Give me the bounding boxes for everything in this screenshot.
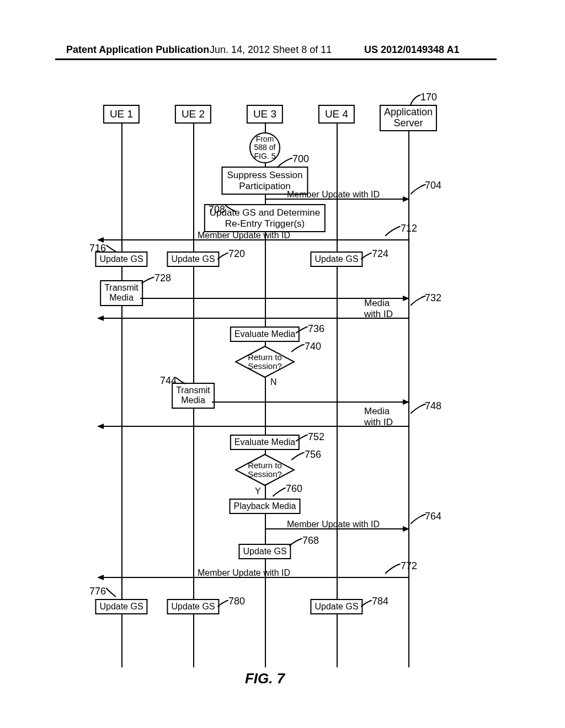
- arrow-member-update-704: Member Update with ID: [265, 199, 408, 200]
- ref-780: 780: [228, 596, 245, 607]
- participant-ue3: UE 3: [247, 105, 283, 124]
- offpage-connector: From 588 of FIG. 5: [249, 132, 280, 163]
- proc-update-gs-720: Update GS: [167, 251, 219, 267]
- ref-756-leader: [291, 452, 306, 461]
- ref-724: 724: [372, 248, 388, 260]
- ref-772: 772: [401, 560, 417, 572]
- ref-728-leader: [141, 277, 156, 285]
- ref-704: 704: [425, 180, 441, 191]
- proc-update-gs-720-text: Update GS: [171, 254, 215, 264]
- ref-780-leader: [217, 600, 230, 608]
- arrow-member-update-764: Member Update with ID: [265, 528, 408, 529]
- proc-transmit-media-744-text: Transmit Media: [176, 386, 210, 405]
- ref-744-leader: [175, 377, 186, 385]
- proc-evaluate-media-736-text: Evaluate Media: [234, 329, 295, 339]
- decision-740-text: Return to Session?: [248, 353, 282, 371]
- ref-752: 752: [308, 431, 324, 443]
- decision-756: Return to Session?: [234, 453, 295, 486]
- proc-update-gs-776-text: Update GS: [99, 602, 143, 611]
- ref-752-leader: [296, 435, 309, 442]
- proc-evaluate-media-736: Evaluate Media: [230, 326, 300, 342]
- ref-784-leader: [361, 600, 373, 608]
- ref-700-leader: [277, 158, 294, 170]
- ref-760: 760: [286, 483, 302, 495]
- arrow-member-update-772-label: Member Update with ID: [198, 568, 290, 578]
- ref-708-leader: [225, 205, 237, 213]
- arrow-media-748: [98, 426, 408, 427]
- figure-caption: FIG. 7: [245, 670, 285, 687]
- ref-736-leader: [296, 326, 309, 334]
- ref-724-leader: [361, 253, 373, 260]
- proc-update-gs-780: Update GS: [167, 599, 219, 614]
- participant-ue4: UE 4: [318, 105, 355, 124]
- proc-update-gs-716-text: Update GS: [99, 254, 143, 264]
- ref-740-leader: [291, 344, 306, 353]
- ref-776-leader: [106, 588, 117, 598]
- proc-update-gs-724-text: Update GS: [315, 254, 358, 264]
- arrow-media-748-label: Media with ID: [364, 406, 393, 428]
- ref-712: 712: [401, 223, 417, 234]
- ref-760-leader: [273, 488, 287, 497]
- proc-update-gs-724: Update GS: [310, 251, 363, 267]
- arrow-member-update-704-label: Member Update with ID: [287, 190, 380, 200]
- decision-756-text: Return to Session?: [248, 461, 282, 479]
- ref-756: 756: [305, 449, 321, 461]
- participant-app-server: Application Server: [380, 105, 437, 131]
- arrow-transmit-744: [212, 402, 408, 403]
- page-header-right: US 2012/0149348 A1: [364, 44, 459, 56]
- proc-update-gs-768-text: Update GS: [243, 547, 286, 556]
- proc-suppress-session-text: Suppress Session Participation: [227, 170, 302, 191]
- proc-update-gs-784: Update GS: [310, 599, 363, 614]
- lifeline-ue1: [121, 105, 122, 667]
- proc-update-gs-768: Update GS: [238, 544, 291, 559]
- ref-736: 736: [308, 323, 324, 335]
- ref-716-leader: [106, 245, 117, 253]
- ref-772-leader: [385, 564, 402, 576]
- ref-740: 740: [305, 341, 321, 352]
- ref-716: 716: [89, 243, 106, 254]
- ref-720: 720: [228, 248, 245, 260]
- ref-170-leader: [409, 94, 422, 106]
- proc-transmit-media-744: Transmit Media: [172, 383, 215, 409]
- arrow-member-update-712: Member Update with ID: [98, 239, 408, 240]
- ref-720-leader: [217, 253, 230, 260]
- ref-732: 732: [425, 292, 441, 304]
- page-header-mid: Jun. 14, 2012 Sheet 8 of 11: [210, 44, 332, 56]
- proc-playback-media-text: Playback Media: [234, 501, 296, 511]
- participant-ue2: UE 2: [175, 105, 211, 124]
- decision-740-n: N: [270, 377, 277, 387]
- arrow-member-update-712-label: Member Update with ID: [198, 231, 290, 240]
- proc-update-gs-776: Update GS: [95, 599, 147, 614]
- proc-transmit-media-728: Transmit Media: [100, 280, 143, 306]
- arrow-member-update-764-label: Member Update with ID: [287, 520, 380, 529]
- arrow-media-732: [98, 318, 408, 319]
- ref-712-leader: [385, 226, 402, 238]
- ref-708: 708: [209, 204, 225, 216]
- ref-768: 768: [302, 535, 319, 547]
- lifeline-app-server: [408, 105, 409, 667]
- decision-740: Return to Session?: [234, 345, 295, 378]
- ref-784: 784: [372, 596, 388, 607]
- ref-744: 744: [160, 375, 177, 387]
- ref-170: 170: [420, 92, 437, 103]
- arrow-member-update-772: Member Update with ID: [98, 577, 408, 578]
- proc-transmit-media-728-text: Transmit Media: [104, 283, 138, 302]
- ref-748: 748: [425, 400, 441, 412]
- proc-update-gs-780-text: Update GS: [171, 602, 215, 611]
- ref-776: 776: [89, 586, 106, 597]
- proc-evaluate-media-752-text: Evaluate Media: [234, 437, 295, 447]
- ref-728: 728: [154, 272, 171, 284]
- offpage-connector-text: From 588 of FIG. 5: [254, 135, 276, 160]
- proc-update-gs-784-text: Update GS: [315, 602, 358, 611]
- participant-ue1: UE 1: [103, 105, 140, 124]
- lifeline-ue4: [337, 105, 338, 667]
- header-rule: [55, 58, 497, 60]
- ref-764: 764: [425, 511, 441, 522]
- arrow-media-732-label: Media with ID: [364, 298, 393, 320]
- ref-768-leader: [289, 538, 303, 547]
- decision-756-y: Y: [255, 486, 261, 496]
- ref-700: 700: [292, 153, 309, 165]
- page-header-left: Patent Application Publication: [66, 44, 209, 56]
- proc-playback-media: Playback Media: [230, 499, 301, 514]
- proc-evaluate-media-752: Evaluate Media: [230, 435, 300, 450]
